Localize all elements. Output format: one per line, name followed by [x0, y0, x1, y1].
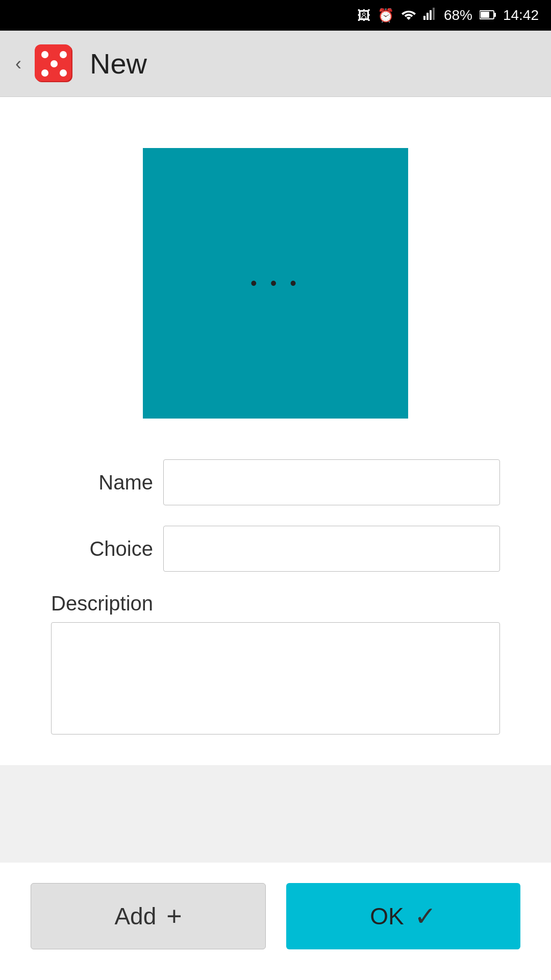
form-section: Name Choice Description: [31, 459, 520, 745]
svg-rect-3: [433, 8, 435, 20]
photo-icon: 🖼: [357, 8, 370, 23]
alarm-icon: ⏰: [378, 8, 394, 23]
choice-input[interactable]: [163, 526, 500, 572]
svg-point-13: [60, 69, 67, 77]
svg-point-10: [60, 51, 67, 58]
svg-rect-0: [423, 16, 425, 20]
ok-check-icon: ✓: [414, 901, 437, 932]
preview-dots: • • •: [251, 273, 300, 294]
description-label: Description: [51, 592, 500, 615]
battery-icon: [480, 8, 496, 23]
name-input[interactable]: [163, 459, 500, 505]
svg-rect-5: [494, 13, 496, 17]
name-row: Name: [51, 459, 500, 505]
add-button[interactable]: Add +: [31, 883, 266, 949]
app-bar: ‹ New: [0, 31, 551, 97]
status-bar-right: 🖼 ⏰ 68% 14:42: [357, 7, 539, 23]
signal-icon: [423, 8, 437, 23]
svg-rect-6: [481, 12, 489, 18]
preview-box[interactable]: • • •: [143, 148, 408, 419]
add-plus-icon: +: [166, 901, 182, 932]
choice-label: Choice: [51, 537, 153, 560]
description-row: Description: [51, 592, 500, 734]
ok-button[interactable]: OK ✓: [286, 883, 520, 949]
name-label: Name: [51, 471, 153, 494]
add-button-label: Add: [114, 902, 156, 930]
time-display: 14:42: [503, 7, 539, 23]
main-content: • • • Name Choice Description: [0, 97, 551, 765]
wifi-icon: [401, 8, 416, 23]
ok-button-label: OK: [370, 902, 404, 930]
dice-icon: [34, 43, 74, 84]
svg-point-12: [41, 69, 48, 77]
svg-point-11: [51, 60, 58, 67]
svg-rect-1: [427, 13, 429, 20]
status-bar: 🖼 ⏰ 68% 14:42: [0, 0, 551, 31]
button-row: Add + OK ✓: [0, 863, 551, 980]
svg-point-9: [41, 51, 48, 58]
description-textarea[interactable]: [51, 622, 500, 734]
svg-rect-2: [430, 10, 432, 20]
battery-percentage: 68%: [444, 7, 472, 23]
page-title: New: [90, 47, 147, 80]
choice-row: Choice: [51, 526, 500, 572]
back-arrow-icon[interactable]: ‹: [15, 53, 21, 75]
